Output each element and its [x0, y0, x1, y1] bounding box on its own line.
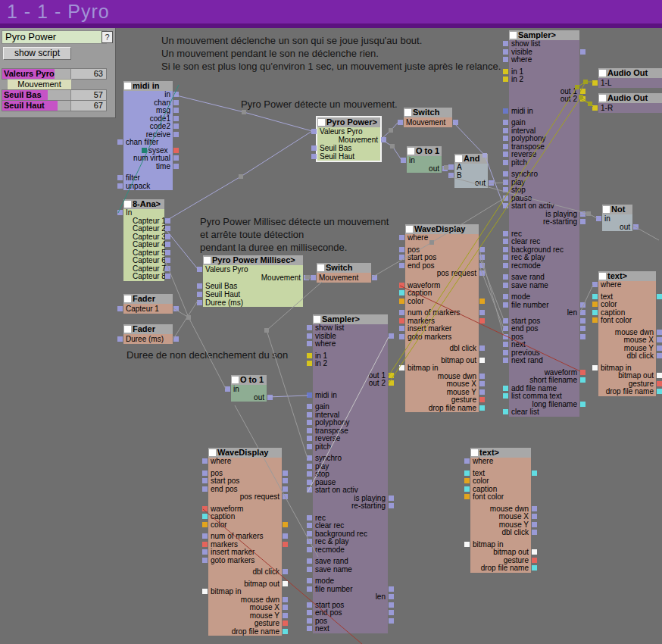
port-drop-file-name-right[interactable]: [283, 629, 288, 634]
port-goto-markers-left[interactable]: [399, 334, 404, 339]
port-end-pos-right[interactable]: [580, 326, 585, 331]
port-markers-right[interactable]: [283, 542, 288, 547]
port-chan-filter-left[interactable]: [117, 139, 123, 145]
port-caption-left[interactable]: [592, 310, 598, 315]
port-text-left[interactable]: [464, 470, 470, 476]
port-pos-right[interactable]: [283, 470, 288, 476]
port-mouvement-left[interactable]: [398, 120, 403, 125]
module-checkbox[interactable]: [510, 32, 517, 39]
port-gesture-right[interactable]: [283, 621, 288, 626]
module-checkbox[interactable]: [406, 226, 413, 233]
cable-handle[interactable]: [390, 144, 395, 148]
port-polyphony-left[interactable]: [307, 420, 312, 425]
port-rec-left[interactable]: [307, 515, 312, 521]
module-title-bar[interactable]: midi in: [123, 81, 173, 91]
port-stop-left[interactable]: [503, 187, 508, 192]
port-capteur-5-right[interactable]: [165, 250, 170, 255]
port-insert-marker-left[interactable]: [399, 326, 404, 331]
help-button[interactable]: ?: [101, 31, 113, 43]
port-gain-left[interactable]: [307, 404, 312, 409]
port-in-1-left[interactable]: [307, 353, 312, 358]
cable-handle[interactable]: [586, 211, 591, 216]
port-capteur-3-right[interactable]: [165, 234, 170, 239]
port-text-right[interactable]: [657, 294, 662, 299]
module-checkbox[interactable]: [317, 264, 324, 271]
port-in-left[interactable]: [117, 210, 123, 215]
port-mode-left[interactable]: [307, 578, 312, 583]
port-pos-left[interactable]: [202, 470, 208, 476]
port-file-number-left[interactable]: [503, 302, 508, 308]
port-save-rand-left[interactable]: [307, 558, 312, 564]
port-color-left[interactable]: [464, 478, 470, 483]
port-waveform-left[interactable]: [202, 506, 208, 511]
port-mouvement-right[interactable]: [381, 137, 386, 142]
port-pos-left[interactable]: [399, 247, 404, 252]
module-checkbox[interactable]: [124, 83, 131, 89]
inline-port-sysex[interactable]: [142, 148, 147, 153]
port-where-left[interactable]: [503, 57, 508, 62]
port-pause-left[interactable]: [307, 480, 312, 485]
cable-handle[interactable]: [583, 80, 588, 84]
port-out-1-right[interactable]: [580, 89, 585, 94]
port-pitch-left[interactable]: [307, 444, 312, 449]
port-color-left[interactable]: [202, 522, 208, 527]
port-b-left[interactable]: [448, 173, 454, 178]
port-len-right[interactable]: [389, 594, 394, 599]
module-checkbox[interactable]: [599, 70, 606, 77]
port-len-right[interactable]: [580, 310, 585, 315]
port-in-1-left[interactable]: [503, 69, 508, 74]
port-end-pos-right[interactable]: [479, 263, 485, 268]
port-is-playing-right[interactable]: [389, 496, 394, 501]
port-mode-left[interactable]: [503, 294, 508, 299]
module-checkbox[interactable]: [232, 377, 239, 383]
port-file-number-right[interactable]: [389, 586, 394, 592]
port-mouse-y-right[interactable]: [283, 613, 288, 618]
module-checkbox[interactable]: [404, 109, 411, 116]
module-title-bar[interactable]: Pyro Power>: [317, 117, 380, 127]
port-color-left[interactable]: [399, 299, 404, 304]
port-visible-right[interactable]: [580, 49, 585, 55]
port-previous-left[interactable]: [503, 350, 508, 355]
port-long-filename-right[interactable]: [580, 402, 585, 407]
cable-handle[interactable]: [242, 110, 246, 114]
port-insert-marker-left[interactable]: [202, 549, 208, 555]
port-receive-right[interactable]: [173, 132, 179, 137]
port-reverse-left[interactable]: [307, 436, 312, 441]
port-save-name-left[interactable]: [307, 567, 312, 572]
port-color-right[interactable]: [479, 299, 485, 304]
port-out-2-right[interactable]: [389, 380, 394, 386]
module-title-bar[interactable]: WaveDisplay: [208, 448, 282, 458]
port-show-list-left[interactable]: [307, 325, 312, 330]
module-title-bar[interactable]: Sampler>: [313, 314, 388, 324]
port-duree-ms-left[interactable]: [197, 300, 202, 305]
port-mouse-dwn-right[interactable]: [532, 506, 537, 511]
port-re-starting-right[interactable]: [389, 503, 394, 508]
port-seuil-bas-left[interactable]: [197, 283, 202, 289]
port-next-left[interactable]: [307, 626, 312, 631]
port-duree-ms-left[interactable]: [117, 336, 123, 342]
port-out-right[interactable]: [442, 166, 448, 171]
port-mouvement-right[interactable]: [304, 275, 309, 280]
port-dbl-click-right[interactable]: [532, 530, 537, 535]
port-gain-left[interactable]: [503, 120, 508, 125]
panel-button-mouvement[interactable]: Mouvement: [7, 79, 72, 90]
module-title-bar[interactable]: text>: [470, 448, 531, 458]
port-out-1-right[interactable]: [389, 373, 394, 378]
port-clear-list-left[interactable]: [503, 409, 508, 414]
port-mouse-y-right[interactable]: [532, 522, 537, 527]
port-mouvement-left[interactable]: [311, 275, 316, 280]
port-pos-left[interactable]: [307, 618, 312, 624]
port-where-left[interactable]: [307, 341, 312, 346]
panel-slider-seuil-haut[interactable]: Seuil Haut67: [2, 100, 107, 111]
port-gesture-right[interactable]: [532, 558, 537, 563]
port-capteur-8-right[interactable]: [165, 274, 170, 279]
port-num-of-markers-left[interactable]: [399, 310, 404, 315]
module-title-bar[interactable]: Not: [602, 205, 632, 214]
port-short-filename-right[interactable]: [580, 377, 585, 383]
port-a-left[interactable]: [448, 164, 454, 170]
port-bitmap-in-left[interactable]: [399, 365, 404, 370]
port-capteur-4-right[interactable]: [165, 242, 170, 247]
port-dbl-click-right[interactable]: [657, 353, 662, 358]
port-seuil-bas-left[interactable]: [311, 145, 317, 151]
port-gesture-right[interactable]: [479, 397, 485, 402]
